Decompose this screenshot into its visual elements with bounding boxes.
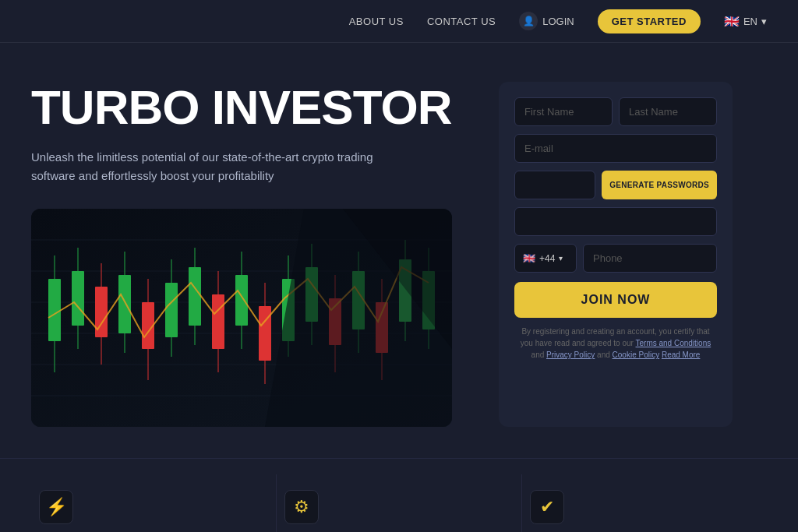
- read-more-link[interactable]: Read More: [662, 351, 700, 359]
- chart-image: [31, 209, 452, 427]
- lang-label: EN: [743, 16, 757, 27]
- password-input[interactable]: sB2PiHGutb: [514, 171, 595, 199]
- join-now-button[interactable]: JOIN NOW: [514, 282, 717, 318]
- phone-input[interactable]: [583, 244, 717, 273]
- svg-rect-26: [259, 306, 271, 361]
- privacy-link[interactable]: Privacy Policy: [546, 351, 595, 359]
- password-row: sB2PiHGutb GENERATE PASSWORDS: [514, 171, 717, 199]
- phone-row: 🇬🇧 +44 ▾: [514, 244, 717, 273]
- svg-rect-8: [48, 279, 61, 341]
- language-selector[interactable]: 🇬🇧 EN ▾: [724, 14, 767, 29]
- get-started-button[interactable]: GET STARTED: [598, 9, 701, 33]
- generate-password-button[interactable]: GENERATE PASSWORDS: [602, 171, 717, 199]
- advanced-strategy-icon: ⚡: [46, 497, 67, 517]
- flag-icon: 🇬🇧: [724, 14, 740, 29]
- svg-rect-18: [165, 283, 178, 337]
- nav-contact[interactable]: CONTACT US: [427, 16, 496, 27]
- phone-code: +44: [539, 253, 555, 264]
- chevron-down-icon: ▾: [761, 16, 767, 27]
- features-section: ⚡ ADVANCED STRATEGY ⚙ AUTOMATED SOFTWARE…: [0, 458, 798, 532]
- feature-advanced-strategy: ⚡ ADVANCED STRATEGY: [31, 474, 277, 532]
- login-icon: 👤: [519, 12, 538, 30]
- country-input[interactable]: United Kingdom: [514, 207, 717, 236]
- last-name-input[interactable]: [619, 97, 717, 126]
- security-icon: ✔: [540, 497, 554, 517]
- nav-login[interactable]: 👤 LOGIN: [519, 12, 574, 30]
- phone-chevron-icon: ▾: [559, 254, 563, 262]
- hero-title: TURBO INVESTOR: [31, 82, 468, 132]
- svg-rect-24: [235, 275, 248, 326]
- chart-svg: [31, 209, 452, 427]
- automated-software-icon: ⚙: [294, 497, 309, 517]
- cookie-link[interactable]: Cookie Policy: [613, 351, 660, 359]
- hero-section: TURBO INVESTOR Unleash the limitless pot…: [0, 43, 798, 458]
- form-disclaimer: By registering and creating an account, …: [514, 326, 717, 361]
- svg-rect-22: [212, 294, 224, 349]
- hero-subtitle: Unleash the limitless potential of our s…: [31, 148, 390, 185]
- svg-rect-20: [189, 267, 201, 326]
- advanced-strategy-icon-box: ⚡: [39, 490, 73, 524]
- email-input[interactable]: [514, 134, 717, 163]
- automated-software-icon-box: ⚙: [284, 490, 319, 524]
- first-name-input[interactable]: [514, 97, 613, 126]
- svg-rect-10: [72, 271, 84, 326]
- nav-about[interactable]: ABOUT US: [349, 16, 404, 27]
- svg-rect-14: [118, 275, 131, 333]
- navbar: ABOUT US CONTACT US 👤 LOGIN GET STARTED …: [0, 0, 798, 43]
- security-icon-box: ✔: [530, 490, 564, 524]
- terms-link[interactable]: Terms and Conditions: [636, 339, 711, 347]
- chart-background: [31, 209, 452, 427]
- name-row: [514, 97, 717, 126]
- registration-form: sB2PiHGutb GENERATE PASSWORDS United Kin…: [499, 82, 733, 427]
- feature-automated-software: ⚙ AUTOMATED SOFTWARE: [277, 474, 522, 532]
- phone-country-selector[interactable]: 🇬🇧 +44 ▾: [514, 244, 577, 273]
- hero-left: TURBO INVESTOR Unleash the limitless pot…: [31, 82, 468, 427]
- password-wrap: sB2PiHGutb: [514, 171, 595, 199]
- phone-flag: 🇬🇧: [523, 252, 535, 264]
- feature-security: ✔ SECURITY: [522, 474, 767, 532]
